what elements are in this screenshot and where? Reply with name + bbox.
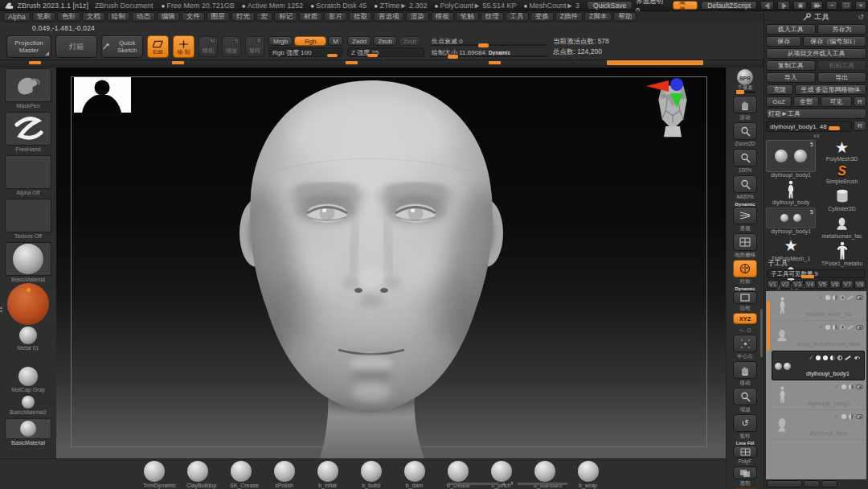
save-increment-button[interactable]: 保存（编号加1） (803, 36, 866, 47)
menu-item[interactable]: 笔触 (456, 12, 479, 22)
material-matcap-gray[interactable]: MatCap Gray (5, 367, 51, 393)
stroke-freehand[interactable]: FreeHand (5, 112, 51, 153)
quicksave-button[interactable]: QuickSave (587, 1, 633, 10)
brush-item[interactable]: TrimDynamic (143, 461, 165, 488)
tool-palette-header[interactable]: 工具 ↺ (764, 11, 868, 23)
divider-tick[interactable] (489, 61, 501, 64)
menu-item[interactable]: 图层 (207, 12, 230, 22)
subtool-item[interactable]: ✓ diyihouyi_body2 (772, 380, 866, 410)
menu-item[interactable]: 文档 (82, 12, 105, 22)
menu-item[interactable]: 文件 (182, 12, 205, 22)
tool-item[interactable]: S SimpleBrush (817, 164, 866, 185)
zadd-button[interactable]: Zadd (347, 36, 371, 46)
texture-selector[interactable]: Texture Off (5, 199, 51, 240)
zsub-button[interactable]: Zsub (373, 36, 397, 46)
tray-pager[interactable]: ▲ ▼ (448, 481, 567, 486)
subtool-item[interactable]: ✓ wrap_metahuman_face (772, 321, 866, 351)
tool-item[interactable]: ★ PolyMesh3D (817, 140, 866, 162)
menu-item[interactable]: 首选项 (374, 12, 404, 22)
subtool-footer-button[interactable] (804, 480, 820, 487)
tray-collapse-arrows[interactable]: ▴▾ (0, 306, 2, 314)
load-tool-button[interactable]: 载入工具 (766, 24, 816, 35)
subtool-item[interactable]: ✓ diyihouyi_face (772, 410, 866, 440)
document-canvas[interactable] (56, 68, 726, 458)
export-button[interactable]: 导出 (817, 72, 867, 83)
axis-orientation-widget[interactable] (641, 74, 690, 109)
menu-item[interactable]: 材质 (299, 12, 322, 22)
divider-tick[interactable] (172, 61, 184, 64)
zoom2d-button[interactable]: Zoom2D (733, 122, 757, 146)
xyz-button[interactable]: XYZ (733, 313, 757, 324)
lightbox-tool-button[interactable]: 灯箱►工具 (766, 109, 866, 119)
subtool-header[interactable]: 子工具 (764, 257, 868, 269)
menu-toggle-button[interactable]: 菜单 (673, 1, 698, 10)
material-basic2[interactable]: BasicMaterial2 (5, 396, 51, 416)
local-symmetry-button[interactable]: 对称 (733, 260, 757, 284)
load-config-icon[interactable]: ▣▸ (810, 1, 824, 10)
rgb-intensity-slider[interactable]: Rgb 强度 100 (268, 47, 342, 57)
menu-item[interactable]: 影片 (324, 12, 347, 22)
subtool-page-tab[interactable]: V7 (841, 280, 854, 289)
z-intensity-slider[interactable]: Z 强度 25 (347, 47, 424, 57)
lightbox-button[interactable]: 灯箱 (55, 35, 97, 58)
subtool-page-tab[interactable]: V4 (805, 280, 817, 289)
goz-visible-button[interactable]: 可见 (821, 97, 852, 107)
draw-button[interactable]: 绘 制 (173, 35, 194, 58)
material-metal01[interactable]: Metal 01 (5, 327, 51, 351)
focal-shift-slider[interactable]: 焦点衰减 0 (428, 36, 549, 46)
active-tool-slider[interactable]: diyihouyi_body1. 48 (766, 121, 852, 132)
z-intensity-handle[interactable] (367, 54, 378, 57)
menu-item[interactable]: Z脚本 (584, 12, 612, 22)
clone-button[interactable]: 克隆 (766, 84, 793, 95)
move-button[interactable]: M 移动 (199, 36, 218, 57)
spix-track[interactable] (735, 91, 755, 93)
quick-sketch-button[interactable]: Quick Sketch (101, 35, 143, 58)
menu-item[interactable]: 拾取 (349, 12, 372, 22)
history-icon[interactable]: ↺ (858, 13, 864, 21)
store-config-icon[interactable]: ▣ (793, 1, 807, 10)
brush-item[interactable]: sPolish (273, 461, 295, 488)
minimize-button[interactable]: − (826, 1, 837, 10)
menu-item[interactable]: 标记 (274, 12, 297, 22)
menu-item[interactable]: 变换 (530, 12, 554, 22)
palette-collapse-chevron[interactable]: ∨∨ (766, 134, 866, 138)
menu-item[interactable]: 色彩 (57, 12, 80, 22)
save-as-button[interactable]: 另存为 (817, 24, 867, 35)
make-polymesh-button[interactable]: 生成 多边形网格物体 (795, 84, 866, 95)
zcut-button[interactable]: Zcut (399, 36, 421, 46)
divider-bar[interactable] (607, 60, 703, 65)
canvas-move-button[interactable]: 移动 (733, 361, 757, 385)
menu-item[interactable]: 模板 (431, 12, 454, 22)
scroll-button[interactable]: 滚动 (733, 96, 757, 120)
subtool-scrollbar[interactable] (767, 301, 770, 351)
brush-item[interactable]: SK_Crease (230, 461, 252, 488)
spix-slider[interactable]: 子像素 (735, 84, 755, 93)
subtool-item[interactable]: ✓ jessica_body_03 (772, 291, 866, 321)
edit-button[interactable]: Edit (147, 35, 169, 58)
subtool-visible-count-slider[interactable]: 子工具可见数量 9 (767, 269, 866, 278)
polyframe-button[interactable]: Line Fill PolyF (733, 441, 757, 464)
brush-item[interactable]: ClayBuildup (186, 461, 208, 488)
tool-item[interactable]: diyihouyi_body (766, 180, 816, 206)
canvas-rotate-button[interactable]: ↺ 旋转 (733, 414, 757, 438)
mini-toggles[interactable]: ∿Ω (739, 327, 751, 334)
projection-master-button[interactable]: Projection Master (6, 35, 51, 58)
stroke-maskpen[interactable]: MaskPen (5, 68, 51, 109)
rgb-intensity-handle[interactable] (327, 54, 338, 57)
menu-item[interactable]: 渲染 (406, 12, 429, 22)
menu-item[interactable]: Alpha (3, 12, 31, 22)
rgb-button[interactable]: Rgb (294, 36, 326, 46)
local-pivot-button[interactable]: 中心点 (733, 335, 757, 359)
frame-button[interactable]: Dynamic 边框 (733, 286, 757, 310)
save-button[interactable]: 保存 (766, 36, 801, 47)
active-tool-slider-handle[interactable] (829, 126, 840, 130)
subtool-item-selected[interactable]: ✓ diyihouyi_body1 (772, 351, 865, 380)
menu-item[interactable]: 帮助 (613, 12, 637, 22)
menu-item[interactable]: 灯光 (231, 12, 255, 22)
mrgb-button[interactable]: Mrgb (268, 36, 293, 46)
goz-button[interactable]: GoZ (766, 97, 792, 107)
menu-item[interactable]: 动态 (132, 12, 155, 22)
color-sphere[interactable] (7, 283, 49, 325)
subtool-page-tab[interactable]: V3 (792, 280, 804, 289)
tool-item-selected[interactable]: 5 diyihouyi_body1 (766, 140, 816, 179)
